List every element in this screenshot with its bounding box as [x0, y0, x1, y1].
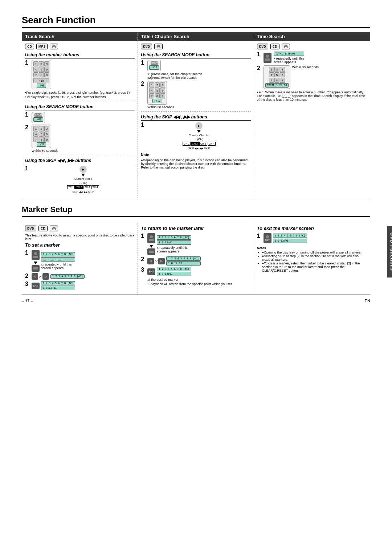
- time-step-2: 2 1 2 3 4 5 6 7 8 9: [257, 65, 367, 89]
- track-search-header: Track Search: [22, 32, 138, 41]
- lang-label: EN: [365, 299, 370, 303]
- page-number: – 17 –: [22, 299, 33, 303]
- return-marker-title: To return to the marker later: [141, 226, 250, 231]
- dvd-functions-label: DVD Functions: [389, 232, 392, 271]
- track-step-1: 1 1 2 3 4 5 6 7 8 9 +10 _/99: [25, 60, 135, 89]
- title-search-step-2: 2 1 2 3 4 5 6 7 8 9 _/12 Wi: [141, 81, 250, 109]
- search-grid: Track Search CD MP3 🎮 Using the number b…: [22, 32, 370, 198]
- title-chapter-col: Title / Chapter Search DVD 🎮 Using the S…: [138, 32, 254, 198]
- track-search-step-1: 1 SRCH _/09: [25, 112, 135, 123]
- exit-marker-step-1: 1 RET 1 2 3 4 5 6 7 8 [AC] 1 0:12:01: [257, 233, 367, 243]
- remote-numpad-title: 1 2 3 4 5 6 7 8 9 _/12: [147, 81, 167, 105]
- skip-diagram-track: ▶ Current Track ↓ (TR) TR 1 TR 2 TR 3 TR…: [32, 166, 135, 194]
- exit-marker-title: To exit the marker screen: [257, 226, 367, 231]
- mp3-icon: MP3: [36, 44, 48, 49]
- return-marker-col: To return to the marker later 1: [138, 223, 254, 295]
- remote-icon-marker: 🎮: [50, 226, 58, 231]
- dvd-icon-marker: DVD: [25, 226, 36, 231]
- search-mode-btn-title: SRCH _/12: [147, 60, 161, 71]
- skip-diagram-chapter: ▶ Current Chapter ↓ (CH) CH 1 CH 2 CH 3 …: [147, 122, 250, 150]
- skip-buttons-title-track: Using the SKIP ◀◀ , ▶▶ buttons: [25, 158, 135, 164]
- cd-icon-time: CD: [270, 44, 279, 49]
- set-marker-step-3: 3 ENT 1 2 3 4 5 6 7 8 [AC] 1 0:12:01: [25, 281, 135, 290]
- number-buttons-title: Using the number buttons: [25, 52, 135, 58]
- cd-icon-marker: CD: [38, 226, 48, 231]
- set-marker-title: To set a marker: [25, 242, 135, 248]
- remote-icon-time: 🎮: [282, 44, 290, 49]
- marker-set-icons: DVD CD 🎮: [25, 226, 135, 231]
- search-mode-title-track: Using the SEARCH MODE button: [25, 104, 135, 110]
- track-skip-step-1: 1 ▶ Current Track ↓ (TR) TR 1 TR 2 TR 3 …: [25, 166, 135, 194]
- set-marker-step-2: 2 ◁ or ▷ 1 2 3 4 5 6 7 8 [AC]: [25, 273, 135, 280]
- return-marker-step-3: 3 ENT 1 2 3 4 5 6 7 8 [AC] 1 0:12:01 at …: [141, 267, 250, 286]
- remote-numpad-2: 1 2 3 4 5 6 7 8 9 _/29: [32, 125, 51, 148]
- chapter-skip-step-1: 1 ▶ Current Chapter ↓ (CH) CH 1 CH 2 CH …: [141, 122, 250, 150]
- dvd-icon-time: DVD: [257, 44, 268, 49]
- return-marker-step-2: 2 ◁ or ▷ 1 2 3 4 5 6 7 8 [AC] 1 0:1: [141, 256, 250, 266]
- set-marker-step-1: 1 1 2 3 4 5 6 7 8 [AC]: [25, 250, 135, 272]
- marker-grid: DVD CD 🎮 This feature allows you to assi…: [22, 223, 370, 295]
- search-mode-btn-track: SRCH _/09: [32, 112, 45, 123]
- cd-icon: CD: [25, 44, 34, 49]
- time-search-header: Time Search: [254, 32, 370, 41]
- remote-numpad-1: 1 2 3 4 5 6 7 8 9 +10 _/99: [32, 60, 51, 89]
- time-icons-row: DVD CD 🎮: [257, 44, 367, 49]
- page-footer: – 17 – EN: [22, 299, 370, 303]
- dvd-functions-tab: DVD Functions: [387, 226, 392, 278]
- time-step-1: 1 TOTAL 1:29:00 x repeatedly until this …: [257, 52, 367, 64]
- time-search-col: Time Search DVD CD 🎮 1 TOTAL 1:29:00: [254, 32, 370, 198]
- time-notes: • e.g. When there is no need to enter a …: [257, 90, 367, 101]
- remote-icon-title: 🎮: [154, 44, 163, 49]
- track-search-col: Track Search CD MP3 🎮 Using the number b…: [22, 32, 138, 198]
- remote-icon-track: 🎮: [50, 44, 58, 49]
- return-marker-step-1: 1 1 2 3 4 5 6 7 8 [AC]: [141, 233, 250, 255]
- marker-set-intro: This feature allows you to assign a spec…: [25, 234, 135, 241]
- marker-setup-title: Marker Setup: [22, 205, 370, 217]
- search-function-title: Search Function: [22, 15, 370, 28]
- time-remote-1: [264, 53, 271, 63]
- title-search-step-1: 1 SRCH _/12 x1(Press once) for the chapt…: [141, 60, 250, 80]
- title-chapter-icons: DVD 🎮: [141, 44, 250, 49]
- dvd-icon-title: DVD: [141, 44, 152, 49]
- track-notes-1: •For single digit tracks (1-9), press a …: [25, 91, 135, 99]
- track-icons-row: CD MP3 🎮: [25, 44, 135, 49]
- title-chapter-header: Title / Chapter Search: [138, 32, 253, 41]
- exit-marker-notes: Notes ●Opening the disc tray or turning …: [257, 246, 367, 272]
- track-display-1: _/99: [37, 84, 46, 88]
- exit-marker-col: To exit the marker screen 1 RET 1 2 3 4 …: [254, 223, 370, 295]
- skip-buttons-title-chapter: Using the SKIP ◀◀ , ▶▶ buttons: [141, 114, 250, 121]
- set-marker-col: DVD CD 🎮 This feature allows you to assi…: [22, 223, 138, 295]
- remote-numpad-time: 1 2 3 4 5 6 7 8 9 TOTAL 1:29:00: [264, 65, 291, 89]
- search-mode-title-title: Using the SEARCH MODE button: [141, 52, 250, 58]
- chapter-note: Note ●Depending on the disc being played…: [141, 153, 250, 169]
- track-search-step-2: 2 1 2 3 4 5 6 7 8 9 _/29 Wi: [25, 125, 135, 153]
